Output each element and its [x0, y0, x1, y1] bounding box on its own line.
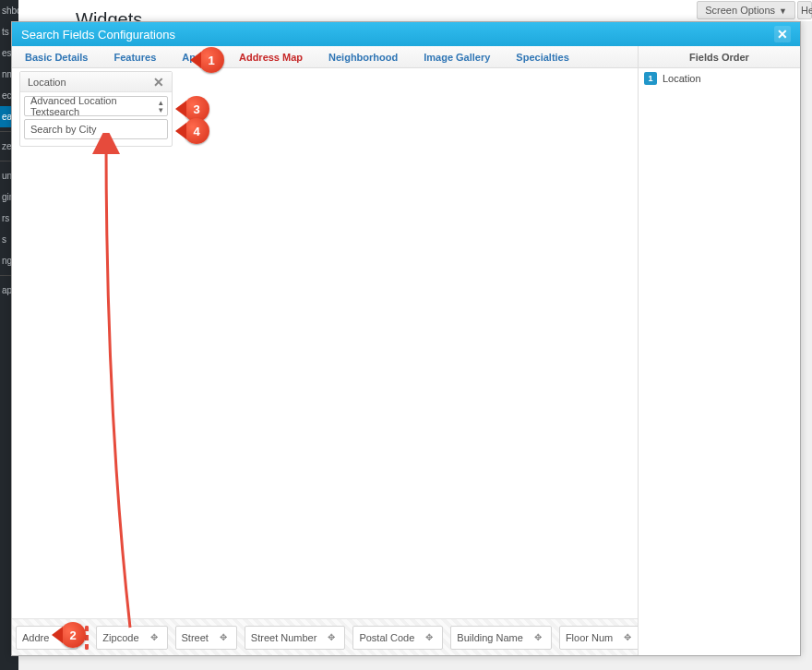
chevron-down-icon: ▼	[779, 6, 787, 16]
updown-icon: ▴▾	[159, 99, 161, 114]
tab-applia[interactable]: Applia	[169, 46, 226, 68]
remove-field-button[interactable]: ✕	[153, 75, 164, 90]
tab-basic-details[interactable]: Basic Details	[12, 46, 101, 68]
palette-item-postal-code[interactable]: Postal Code✥	[352, 626, 443, 650]
palette-drop-slot[interactable]	[85, 626, 89, 650]
modal-title: Search Fields Configurations	[21, 28, 175, 42]
fields-order-header: Fields Order	[639, 46, 800, 68]
location-mode-value: Advanced Location Textsearch	[30, 95, 159, 117]
palette-item-street-number[interactable]: Street Number✥	[245, 626, 346, 650]
palette-item-zipcode[interactable]: Zipcode✥	[96, 626, 167, 650]
field-palette: Addre✥Zipcode✥Street✥Street Number✥Posta…	[12, 618, 638, 655]
config-canvas[interactable]: Location ✕ Advanced Location Textsearch …	[12, 68, 638, 618]
palette-item-building-name[interactable]: Building Name✥	[450, 626, 552, 650]
tab-neighborhood[interactable]: Neighborhood	[316, 46, 411, 68]
palette-item-street[interactable]: Street✥	[175, 626, 237, 650]
tab-features[interactable]: Features	[101, 46, 169, 68]
palette-item-label: Street Number	[251, 632, 317, 643]
palette-item-floor-num[interactable]: Floor Num✥	[559, 626, 638, 650]
sidebar-item[interactable]: shboard	[0, 0, 18, 21]
palette-item-label: Zipcode	[102, 632, 138, 643]
location-input-field[interactable]	[30, 124, 161, 135]
palette-item-label: Addre	[22, 632, 49, 643]
palette-item-label: Postal Code	[359, 632, 414, 643]
location-card-header: Location ✕	[20, 72, 172, 92]
drag-icon: ✥	[422, 630, 436, 645]
order-item[interactable]: 1Location	[639, 68, 800, 89]
modal-close-button[interactable]: ✕	[774, 26, 791, 42]
drag-icon: ✥	[147, 630, 161, 645]
drag-icon: ✥	[56, 630, 71, 645]
drag-icon: ✥	[620, 630, 635, 645]
order-item-label: Location	[663, 73, 701, 84]
tab-image-gallery[interactable]: Image Gallery	[411, 46, 503, 68]
tab-address-map[interactable]: Address Map	[226, 46, 316, 68]
location-card[interactable]: Location ✕ Advanced Location Textsearch …	[19, 71, 173, 147]
screen-options-label: Screen Options	[705, 5, 775, 16]
search-fields-modal: Search Fields Configurations ✕ Basic Det…	[11, 21, 801, 656]
close-icon: ✕	[777, 27, 788, 42]
palette-item-addre[interactable]: Addre✥	[16, 626, 78, 650]
tab-specialties[interactable]: Specialties	[503, 46, 581, 68]
order-badge: 1	[644, 72, 657, 85]
modal-header: Search Fields Configurations ✕	[12, 22, 800, 46]
location-mode-select[interactable]: Advanced Location Textsearch ▴▾	[24, 96, 168, 116]
palette-item-label: Building Name	[457, 632, 523, 643]
screen-options-button[interactable]: Screen Options▼	[697, 1, 795, 19]
help-button[interactable]: He	[797, 1, 812, 19]
drag-icon: ✥	[531, 630, 545, 645]
fields-order-pane: Fields Order 1Location	[638, 46, 800, 655]
palette-item-label: Street	[182, 632, 209, 643]
palette-item-label: Floor Num	[566, 632, 613, 643]
location-card-title: Location	[28, 77, 66, 88]
location-input[interactable]	[24, 119, 168, 139]
drag-icon: ✥	[324, 630, 339, 645]
drag-icon: ✥	[216, 630, 231, 645]
